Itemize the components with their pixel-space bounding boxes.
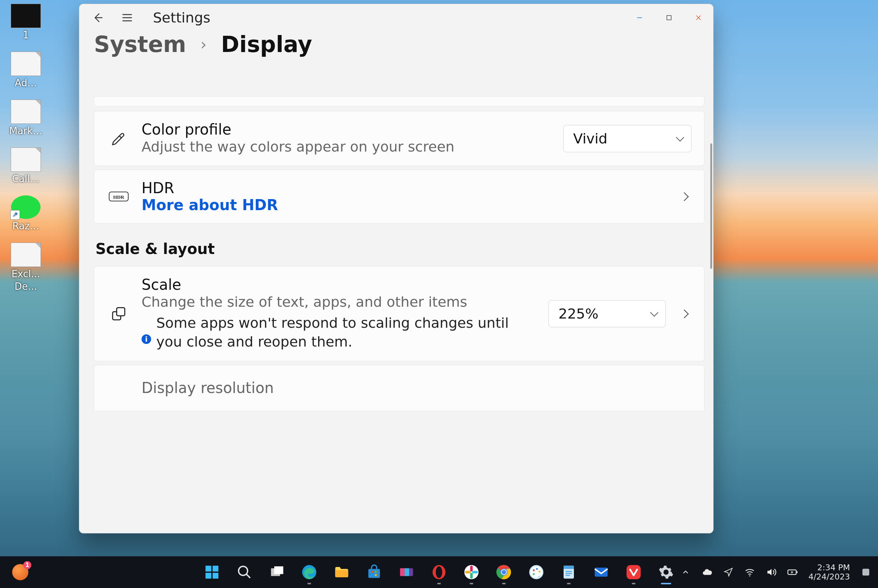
close-button[interactable] (684, 7, 713, 29)
desktop-icon[interactable]: 1 (4, 4, 48, 40)
volume-tray-icon[interactable] (766, 567, 777, 578)
desktop-icon[interactable]: De... (4, 281, 48, 292)
battery-tray-icon[interactable] (787, 567, 798, 578)
arrow-left-icon (91, 11, 104, 24)
svg-point-40 (749, 575, 751, 576)
svg-point-35 (533, 573, 535, 575)
search-button[interactable] (231, 558, 258, 586)
svg-rect-13 (372, 571, 373, 573)
taskbar-time: 2:34 PM (808, 563, 850, 572)
wifi-tray-icon[interactable] (744, 567, 755, 578)
settings-content[interactable]: Color profile Adjust the way colors appe… (94, 96, 704, 533)
setting-title: Display resolution (142, 380, 691, 396)
svg-rect-10 (274, 566, 283, 574)
mail-icon (593, 564, 609, 580)
minimize-button[interactable] (625, 7, 654, 29)
scale-icon (107, 306, 130, 322)
maximize-button[interactable] (654, 7, 684, 29)
back-button[interactable] (87, 7, 109, 29)
svg-rect-7 (213, 573, 219, 579)
color-profile-select[interactable]: Vivid (563, 125, 691, 152)
breadcrumb-root[interactable]: System (94, 32, 186, 57)
scale-select[interactable]: 225% (548, 300, 666, 327)
desktop-icon[interactable]: Excl... (4, 243, 48, 279)
taskbar-app-vivaldi[interactable] (620, 558, 647, 586)
svg-rect-25 (465, 571, 471, 574)
document-icon (11, 52, 41, 76)
close-icon (695, 14, 702, 21)
taskbar-app-slack[interactable] (458, 558, 485, 586)
vivaldi-icon (626, 564, 641, 580)
svg-point-34 (538, 571, 540, 573)
taskbar-app-explorer[interactable] (328, 558, 355, 586)
svg-rect-15 (372, 574, 373, 576)
desktop-icon[interactable]: ↗ Raz… (4, 195, 48, 231)
setting-card-scale[interactable]: Scale Change the size of text, apps, and… (94, 266, 704, 361)
chrome-icon (496, 564, 512, 580)
desktop-icons: 1 Ad… Mark… Call… ↗ Raz… Excl... De... (4, 4, 55, 292)
svg-rect-42 (797, 572, 798, 573)
taskbar-clock[interactable]: 2:34 PM 4/24/2023 (808, 563, 850, 582)
onedrive-tray-icon[interactable] (701, 567, 713, 578)
svg-rect-23 (470, 566, 473, 572)
svg-point-21 (436, 566, 442, 578)
nav-menu-button[interactable] (116, 7, 138, 29)
section-header-scale-layout: Scale & layout (96, 240, 704, 257)
setting-card-display-resolution[interactable]: Display resolution (94, 365, 704, 410)
battery-icon (787, 567, 798, 578)
start-button[interactable] (198, 558, 226, 586)
svg-rect-24 (470, 573, 473, 579)
desktop-icon[interactable]: Mark… (4, 99, 48, 136)
desktop-icon[interactable]: Ad… (4, 52, 48, 88)
scrollbar-thumb[interactable] (710, 143, 712, 269)
taskbar-app-notepad[interactable] (555, 558, 582, 586)
cloud-icon (701, 567, 713, 578)
system-tray: 2:34 PM 4/24/2023 (680, 563, 871, 582)
widgets-button[interactable] (7, 558, 34, 586)
svg-rect-6 (206, 573, 211, 579)
desktop-icon[interactable]: Call… (4, 147, 48, 184)
taskbar-app-chrome[interactable] (490, 558, 517, 586)
setting-card-hdr[interactable]: HDR HDR More about HDR (94, 170, 704, 224)
hdr-icon: HDR (107, 191, 130, 202)
setting-card-partial[interactable] (94, 96, 704, 106)
icon-label: Excl... (4, 268, 48, 279)
minimize-icon (636, 14, 643, 21)
hamburger-icon (121, 11, 133, 24)
taskbar-app-settings[interactable] (652, 558, 680, 586)
svg-rect-3 (117, 308, 125, 316)
taskbar-app-opera[interactable] (426, 558, 452, 586)
taskbar-date: 4/24/2023 (808, 572, 850, 581)
location-tray-icon[interactable] (723, 567, 734, 578)
taskbar[interactable]: 2:34 PM 4/24/2023 (0, 556, 878, 588)
weather-widget-icon (12, 564, 28, 580)
tray-extra-icon[interactable] (860, 567, 871, 578)
chevron-right-icon (677, 189, 691, 204)
taskbar-app-mail[interactable] (587, 558, 615, 586)
hdr-more-link[interactable]: More about HDR (142, 196, 666, 213)
svg-point-8 (238, 566, 248, 576)
slack-icon (464, 564, 479, 580)
taskbar-app-store[interactable] (361, 558, 388, 586)
taskbar-app-edge[interactable] (296, 558, 323, 586)
svg-point-30 (502, 570, 506, 574)
gear-icon (658, 564, 674, 580)
svg-point-32 (533, 569, 535, 571)
svg-rect-5 (213, 566, 219, 572)
taskbar-app-clipchamp[interactable] (393, 558, 420, 586)
task-view-icon (269, 564, 285, 580)
select-value: 225% (559, 306, 599, 322)
svg-rect-14 (375, 571, 377, 573)
breadcrumb-leaf: Display (221, 32, 312, 57)
setting-card-color-profile[interactable]: Color profile Adjust the way colors appe… (94, 111, 704, 166)
setting-title: Color profile (142, 121, 552, 138)
tray-overflow-button[interactable] (680, 567, 691, 578)
notepad-icon (561, 564, 577, 580)
chevron-right-icon[interactable] (677, 306, 691, 321)
task-view-button[interactable] (263, 558, 291, 586)
svg-rect-16 (375, 574, 377, 576)
setting-info-note: Some apps won't respond to scaling chang… (142, 314, 538, 352)
taskbar-app-paint[interactable] (523, 558, 550, 586)
svg-rect-38 (595, 568, 608, 577)
title-bar[interactable]: Settings (79, 4, 713, 32)
